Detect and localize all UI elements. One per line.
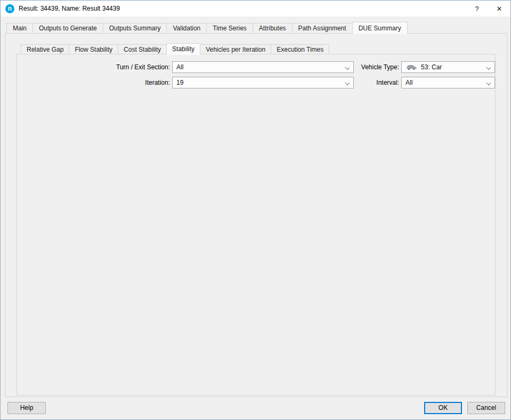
titlebar: n Result: 34439, Name: Result 34439 ? ✕: [1, 1, 510, 17]
turn-exit-section-select[interactable]: All: [172, 61, 354, 73]
sub-tabbar: Relative GapFlow StabilityCost Stability…: [21, 43, 329, 54]
iteration-select[interactable]: 19: [172, 77, 354, 88]
chevron-down-icon: [345, 80, 350, 85]
titlebar-buttons: ? ✕: [466, 1, 510, 17]
chevron-down-icon: [345, 65, 350, 70]
filter-row-1: Turn / Exit Section: All Vehicle Type: 5…: [17, 61, 495, 73]
subtab-flow-stability[interactable]: Flow Stability: [69, 44, 118, 54]
tab-validation[interactable]: Validation: [166, 23, 207, 34]
car-icon: [405, 64, 417, 70]
chevron-down-icon: [486, 80, 491, 85]
interval-value: All: [405, 79, 412, 86]
vehicle-type-value: 53: Car: [421, 63, 442, 71]
app-icon: n: [5, 4, 14, 13]
tab-outputs-to-generate[interactable]: Outputs to Generate: [33, 23, 103, 34]
vehicle-type-select[interactable]: 53: Car: [401, 61, 495, 73]
close-icon[interactable]: ✕: [488, 1, 510, 17]
subtab-relative-gap[interactable]: Relative Gap: [21, 44, 69, 54]
subtab-execution-times[interactable]: Execution Times: [271, 44, 329, 54]
result-dialog-window: n Result: 34439, Name: Result 34439 ? ✕ …: [0, 0, 511, 420]
subtab-vehicles-per-iteration[interactable]: Vehicles per Iteration: [200, 44, 271, 54]
stability-group-pane: [17, 54, 496, 395]
tab-attributes[interactable]: Attributes: [253, 23, 293, 34]
cancel-button[interactable]: Cancel: [467, 402, 505, 414]
tab-path-assignment[interactable]: Path Assignment: [292, 23, 353, 34]
tab-due-summary[interactable]: DUE Summary: [352, 22, 408, 34]
window-title: Result: 34439, Name: Result 34439: [19, 5, 120, 12]
vehicle-type-label: Vehicle Type:: [354, 61, 399, 73]
subtab-stability[interactable]: Stability: [166, 43, 200, 55]
iteration-label: Iteration:: [17, 77, 170, 88]
tab-outputs-summary[interactable]: Outputs Summary: [103, 23, 167, 34]
filter-row-2: Iteration: 19 Interval: All: [17, 77, 495, 88]
interval-select[interactable]: All: [401, 77, 495, 88]
interval-label: Interval:: [354, 77, 399, 88]
chevron-down-icon: [486, 65, 491, 70]
turn-exit-section-value: All: [176, 63, 183, 71]
turn-exit-section-label: Turn / Exit Section:: [17, 61, 170, 73]
subtab-cost-stability[interactable]: Cost Stability: [118, 44, 167, 54]
help-button[interactable]: Help: [7, 402, 46, 414]
main-tabbar: MainOutputs to GenerateOutputs SummaryVa…: [6, 22, 408, 34]
ok-button[interactable]: OK: [424, 402, 462, 414]
iteration-value: 19: [176, 79, 183, 86]
help-icon[interactable]: ?: [466, 1, 488, 17]
tab-main[interactable]: Main: [6, 23, 33, 34]
tab-time-series[interactable]: Time Series: [206, 23, 253, 34]
